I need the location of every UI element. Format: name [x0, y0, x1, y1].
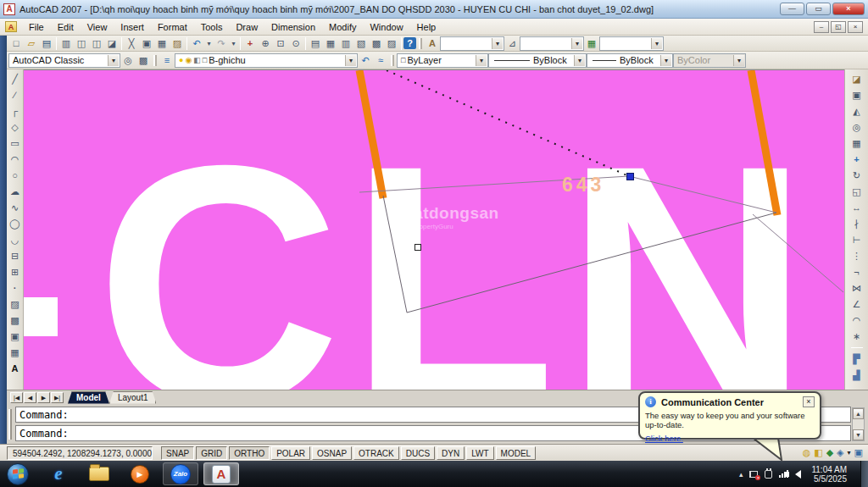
balloon-link[interactable]: Click here.	[645, 434, 683, 443]
menu-dimension[interactable]: Dimension	[264, 20, 322, 34]
join-icon[interactable]: ⋈	[849, 281, 864, 295]
tab-model[interactable]: Model	[68, 391, 109, 404]
mdi-restore-button[interactable]: ◱	[831, 21, 846, 33]
toolbar-grip[interactable]	[391, 55, 394, 66]
mdi-close-button[interactable]: ×	[848, 21, 863, 33]
menu-help[interactable]: Help	[410, 20, 443, 34]
hatch-icon[interactable]: ▨	[8, 297, 22, 311]
layer-color-swatch[interactable]: □	[203, 56, 207, 64]
coordinate-readout[interactable]: 594504.2492, 1208294.1273, 0.0000	[7, 446, 153, 460]
erase-icon[interactable]: ◪	[849, 72, 864, 86]
undo-dropdown-icon[interactable]: ▾	[204, 36, 214, 50]
revcloud-icon[interactable]: ☁	[8, 185, 22, 198]
break-at-point-icon[interactable]: ⋮	[849, 249, 864, 263]
toggle-model[interactable]: MODEL	[496, 446, 537, 460]
taskbar-file-explorer[interactable]	[81, 462, 117, 485]
parcel-number-label[interactable]: 643	[562, 174, 604, 196]
communication-center-icon[interactable]: ◍	[803, 447, 811, 458]
plot-preview-icon[interactable]: ◫	[74, 36, 89, 50]
fillet-icon[interactable]: ◠	[849, 313, 864, 327]
taskbar-zalo[interactable]: Zalo	[163, 462, 198, 485]
new-icon[interactable]: □	[8, 36, 24, 50]
minimize-button[interactable]: —	[780, 3, 804, 15]
chevron-down-icon[interactable]: ▾	[651, 38, 662, 49]
taskbar-internet-explorer[interactable]: e	[41, 462, 76, 485]
toggle-dyn[interactable]: DYN	[437, 446, 465, 460]
toggle-polar[interactable]: POLAR	[271, 446, 310, 460]
toggle-snap[interactable]: SNAP	[161, 446, 194, 460]
linetype-combo[interactable]: ByBlock ▾	[488, 53, 587, 68]
scroll-up-icon[interactable]: ▲	[853, 408, 864, 419]
toolbar-grip[interactable]	[153, 55, 157, 66]
workspace-combo[interactable]: AutoCAD Classic ▾	[8, 53, 120, 68]
publish-icon[interactable]: ◫	[89, 36, 104, 50]
lineweight-combo[interactable]: ByBlock ▾	[587, 53, 673, 68]
zoom-previous-icon[interactable]: ⊙	[288, 36, 303, 50]
toggle-ortho[interactable]: ORTHO	[229, 446, 270, 460]
chevron-down-icon[interactable]: ▾	[574, 55, 585, 66]
my-workspace-icon[interactable]: ▩	[136, 53, 151, 67]
command-scrollbar[interactable]: ▲ ▼	[852, 407, 865, 441]
redo-dropdown-icon[interactable]: ▾	[229, 36, 238, 50]
quickcalc-icon[interactable]: ▨	[384, 36, 399, 50]
layer-on-icon[interactable]: ●	[179, 56, 183, 64]
send-to-back-icon[interactable]: ▟	[849, 368, 864, 382]
circle-icon[interactable]: ○	[8, 169, 22, 182]
toggle-osnap[interactable]: OSNAP	[312, 446, 352, 460]
parcel-edge-top-right[interactable]	[629, 176, 776, 213]
toolbar-lock-icon[interactable]: ◧	[814, 447, 822, 458]
copy-object-icon[interactable]: ▣	[849, 88, 864, 102]
chevron-down-icon[interactable]: ▾	[108, 55, 119, 66]
plot-icon[interactable]: ▥	[58, 36, 74, 50]
balloon-close-icon[interactable]: ×	[803, 396, 815, 407]
tool-palettes-icon[interactable]: ▥	[338, 36, 353, 50]
road-line-right[interactable]	[751, 70, 777, 215]
ellipse-icon[interactable]: ◯	[8, 217, 22, 230]
ellipse-arc-icon[interactable]: ◡	[8, 233, 22, 246]
drawing-canvas[interactable]: CLN 643 batdongsan by PropertyGuru	[24, 69, 844, 390]
help-icon[interactable]: ?	[403, 37, 416, 49]
show-hidden-icons[interactable]: ▴	[739, 470, 743, 479]
zoom-window-icon[interactable]: ⊡	[273, 36, 288, 50]
undo-icon[interactable]: ↶	[189, 36, 204, 50]
taskbar-media-player[interactable]: ▶	[122, 462, 158, 485]
polyline-icon[interactable]: ┌	[8, 104, 22, 118]
tab-prev-icon[interactable]: ◀	[24, 392, 36, 403]
tab-first-icon[interactable]: |◀	[10, 392, 23, 403]
offset-icon[interactable]: ◎	[849, 120, 864, 134]
insert-block-icon[interactable]: ⊟	[8, 249, 22, 263]
polygon-icon[interactable]: ◇	[8, 120, 22, 134]
selected-dashed-line[interactable]	[387, 70, 629, 176]
drawing-file-icon[interactable]: A	[5, 21, 17, 32]
explode-icon[interactable]: ∗	[849, 329, 864, 343]
multiline-text-icon[interactable]: A	[8, 362, 22, 375]
toolbar-grip[interactable]	[419, 38, 422, 49]
zoom-realtime-icon[interactable]: ⊕	[258, 36, 273, 50]
paste-icon[interactable]: ▦	[154, 36, 170, 50]
toggle-ducs[interactable]: DUCS	[401, 446, 435, 460]
chevron-down-icon[interactable]: ▾	[571, 38, 582, 49]
volume-icon[interactable]	[795, 470, 801, 479]
menu-draw[interactable]: Draw	[229, 20, 264, 34]
workspace-settings-icon[interactable]: ◎	[120, 53, 136, 67]
taskbar-clock[interactable]: 11:04 AM 5/5/2025	[811, 465, 847, 484]
trim-icon[interactable]: ∤	[849, 217, 864, 230]
chamfer-icon[interactable]: ∠	[849, 297, 864, 311]
text-style-combo[interactable]: ▾	[440, 36, 504, 51]
validate-digital-signatures-icon[interactable]: ◆	[826, 447, 833, 458]
menu-file[interactable]: File	[22, 20, 51, 34]
array-icon[interactable]: ▦	[849, 136, 864, 150]
toggle-lwt[interactable]: LWT	[466, 446, 493, 460]
mirror-icon[interactable]: ◭	[849, 104, 864, 118]
menu-edit[interactable]: Edit	[51, 20, 81, 34]
autocad-app-icon[interactable]: A	[3, 3, 15, 15]
region-icon[interactable]: ▣	[8, 329, 22, 343]
selection-grip[interactable]	[626, 173, 634, 180]
break-icon[interactable]: ¬	[849, 265, 864, 279]
layer-states-icon[interactable]: ≈	[373, 53, 388, 67]
layer-combo[interactable]: ● ◉ ◧ □ B-ghichu ▾	[175, 53, 358, 68]
menu-window[interactable]: Window	[363, 20, 409, 34]
chevron-down-icon[interactable]: ▾	[476, 55, 487, 66]
command-window-grip[interactable]	[8, 409, 12, 440]
properties-icon[interactable]: ▤	[308, 36, 323, 50]
